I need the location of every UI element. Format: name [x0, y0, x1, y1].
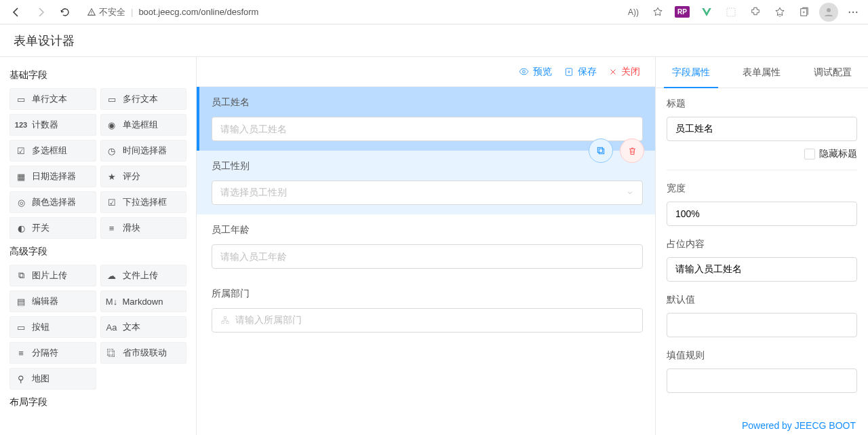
svg-rect-15: [224, 317, 226, 319]
component-icon: ◷: [106, 146, 117, 156]
component-label: 编辑器: [32, 295, 58, 307]
field-input[interactable]: [212, 244, 643, 269]
field-select[interactable]: 请选择员工性别: [212, 181, 643, 205]
component-item[interactable]: ☑多选框组: [9, 140, 96, 162]
component-item[interactable]: ≡滑块: [100, 217, 187, 239]
component-item[interactable]: ▤编辑器: [9, 290, 96, 312]
tab-form-props[interactable]: 表单属性: [726, 57, 797, 88]
copy-field-button[interactable]: [589, 138, 613, 163]
hide-title-checkbox[interactable]: [804, 149, 815, 159]
component-label: 下拉选择框: [123, 196, 167, 208]
component-label: 评分: [123, 170, 140, 183]
section-layout-title: 布局字段: [9, 390, 186, 415]
component-item[interactable]: ≡分隔符: [9, 342, 96, 364]
prop-tabs: 字段属性 表单属性 调试配置: [656, 57, 868, 88]
component-label: 文件上传: [123, 269, 158, 282]
field-input[interactable]: [212, 117, 643, 141]
component-item[interactable]: ▦日期选择器: [9, 166, 96, 187]
svg-rect-2: [727, 8, 735, 16]
svg-point-10: [856, 11, 857, 12]
prop-width-input[interactable]: [667, 202, 857, 226]
form-field[interactable]: 所属部门请输入所属部门: [197, 278, 655, 342]
app-title: 表单设计器: [14, 33, 75, 49]
prop-fillrule-input[interactable]: [667, 368, 857, 393]
component-icon: ◎: [16, 197, 26, 208]
component-label: 省市级联动: [123, 347, 167, 359]
ext-vue-icon[interactable]: [697, 3, 716, 22]
prop-placeholder-label: 占位内容: [667, 238, 857, 250]
delete-field-button[interactable]: [620, 138, 644, 163]
ext-generic-icon[interactable]: [722, 3, 741, 22]
field-label: 员工性别: [212, 160, 643, 172]
component-label: 颜色选择器: [32, 196, 76, 208]
nav-back-button[interactable]: [5, 1, 27, 23]
component-item[interactable]: M↓Markdown: [100, 290, 187, 312]
component-icon: Aa: [106, 322, 117, 333]
component-label: 多行文本: [123, 93, 158, 105]
read-aloud-icon[interactable]: A)): [624, 3, 643, 22]
component-label: 按钮: [32, 321, 50, 333]
field-label: 所属部门: [212, 288, 643, 300]
svg-rect-16: [222, 322, 224, 324]
prop-default-label: 默认值: [667, 294, 857, 306]
profile-avatar[interactable]: [819, 3, 838, 22]
save-icon: [564, 67, 574, 77]
component-item[interactable]: 123计数器: [9, 114, 96, 136]
section-basic-title: 基础字段: [9, 62, 186, 88]
component-icon: 123: [16, 121, 26, 129]
prop-default-input[interactable]: [667, 313, 857, 337]
component-icon: ☑: [16, 146, 26, 156]
eye-icon: [519, 67, 529, 77]
component-icon: ▭: [106, 94, 117, 105]
favorite-icon[interactable]: [648, 3, 667, 22]
svg-rect-13: [599, 149, 604, 153]
component-label: 图片上传: [32, 269, 67, 282]
svg-rect-17: [226, 322, 229, 324]
component-item[interactable]: ⧉图片上传: [9, 265, 96, 286]
preview-button[interactable]: 预览: [519, 66, 552, 78]
hide-title-label: 隐藏标题: [819, 148, 857, 160]
more-icon[interactable]: [844, 3, 863, 22]
nav-forward-button[interactable]: [30, 1, 52, 23]
component-item[interactable]: ◉单选框组: [100, 114, 187, 136]
field-dept-input[interactable]: 请输入所属部门: [212, 308, 643, 333]
favorites-bar-icon[interactable]: [770, 3, 789, 22]
component-item[interactable]: ⚲地图: [9, 368, 96, 390]
component-item[interactable]: ◎颜色选择器: [9, 191, 96, 213]
component-item[interactable]: ⿻省市级联动: [100, 342, 187, 364]
component-item[interactable]: ▭按钮: [9, 316, 96, 338]
prop-placeholder-input[interactable]: [667, 257, 857, 282]
svg-point-8: [849, 11, 850, 12]
url-bar[interactable]: 不安全 | boot.jeecg.com/online/desform: [87, 6, 258, 18]
component-icon: ▤: [16, 297, 26, 307]
component-item[interactable]: ☑下拉选择框: [100, 191, 187, 213]
component-label: 文本: [123, 321, 140, 333]
component-item[interactable]: ▭多行文本: [100, 88, 187, 110]
footer-brand[interactable]: Powered by JEECG BOOT: [656, 416, 868, 435]
component-item[interactable]: ◷时间选择器: [100, 140, 187, 162]
svg-rect-14: [597, 147, 602, 152]
tab-debug-config[interactable]: 调试配置: [797, 57, 868, 88]
close-button[interactable]: 关闭: [609, 66, 640, 78]
nav-refresh-button[interactable]: [54, 1, 76, 23]
form-field[interactable]: 员工姓名: [197, 87, 655, 151]
collections-icon[interactable]: [795, 3, 814, 22]
component-label: 日期选择器: [32, 170, 76, 183]
component-item[interactable]: ★评分: [100, 166, 187, 187]
form-canvas: 预览 保存 关闭 员工姓名员工性别请选择员工性别员工年龄所属部门请输入所属部门: [197, 57, 655, 435]
component-icon: M↓: [106, 297, 117, 307]
ext-rp-icon[interactable]: RP: [673, 3, 692, 22]
form-field[interactable]: 员工性别请选择员工性别: [197, 151, 655, 214]
component-item[interactable]: ☁文件上传: [100, 265, 187, 286]
prop-title-input[interactable]: [667, 117, 857, 141]
tab-field-props[interactable]: 字段属性: [656, 57, 726, 88]
component-item[interactable]: ▭单行文本: [9, 88, 96, 110]
component-icon: ▦: [16, 172, 26, 182]
save-button[interactable]: 保存: [564, 66, 597, 78]
form-field[interactable]: 员工年龄: [197, 214, 655, 278]
insecure-indicator: 不安全: [87, 6, 125, 18]
svg-point-1: [91, 14, 92, 14]
component-item[interactable]: Aa文本: [100, 316, 187, 338]
extensions-icon[interactable]: [746, 3, 765, 22]
component-item[interactable]: ◐开关: [9, 217, 96, 239]
